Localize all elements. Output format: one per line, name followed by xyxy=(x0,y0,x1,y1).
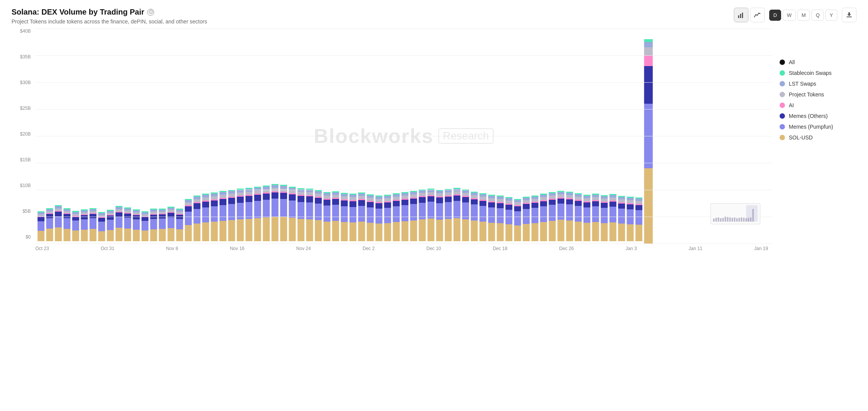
month-button[interactable]: M xyxy=(797,10,810,21)
chart-type-buttons xyxy=(734,8,765,22)
bar-chart-button[interactable] xyxy=(734,8,748,22)
svg-rect-447 xyxy=(584,207,590,223)
quarter-button[interactable]: Q xyxy=(811,10,824,21)
svg-rect-408 xyxy=(531,199,538,202)
svg-rect-371 xyxy=(488,202,495,207)
x-axis: Oct 23 Oct 31 Nov 8 Nov 16 Nov 24 Dec 2 … xyxy=(35,244,772,251)
svg-rect-152 xyxy=(219,221,226,241)
bar-group-jan17 xyxy=(627,197,634,241)
bar-group-oct26 xyxy=(133,209,140,241)
svg-rect-203 xyxy=(280,193,287,199)
svg-rect-364 xyxy=(479,201,486,206)
svg-rect-466 xyxy=(601,195,608,196)
legend-item-project[interactable]: Project Tokens xyxy=(780,91,856,98)
svg-rect-433 xyxy=(566,204,573,220)
svg-rect-300 xyxy=(401,205,408,221)
bar-group-nov19 xyxy=(280,185,287,241)
legend: All Stablecoin Swaps LST Swaps Project T… xyxy=(780,28,856,251)
bar-group-oct18 xyxy=(72,211,79,241)
svg-rect-366 xyxy=(479,197,486,200)
svg-rect-311 xyxy=(410,192,417,194)
svg-rect-318 xyxy=(419,191,426,193)
svg-rect-229 xyxy=(315,220,322,241)
svg-rect-337 xyxy=(445,196,452,197)
svg-rect-282 xyxy=(376,199,382,202)
y-axis: $40B $35B $30B $25B $20B $15B $10B $5B $… xyxy=(12,28,34,240)
download-button[interactable] xyxy=(842,8,856,22)
svg-rect-104 xyxy=(159,219,166,229)
svg-rect-301 xyxy=(401,200,408,205)
svg-rect-317 xyxy=(419,193,426,196)
svg-rect-139 xyxy=(202,207,209,222)
svg-rect-41 xyxy=(81,219,88,230)
svg-rect-137 xyxy=(193,196,200,197)
bar-group-oct14 xyxy=(38,211,45,241)
svg-rect-15 xyxy=(46,213,53,214)
legend-item-memes-pumpfun[interactable]: Memes (Pumpfun) xyxy=(780,124,856,130)
year-button[interactable]: Y xyxy=(825,10,837,21)
legend-item-lst[interactable]: LST Swaps xyxy=(780,81,856,87)
svg-rect-313 xyxy=(419,219,426,241)
svg-rect-192 xyxy=(263,187,270,189)
svg-rect-323 xyxy=(427,195,434,196)
legend-item-solusd[interactable]: SOL-USD xyxy=(780,134,856,141)
day-button[interactable]: D xyxy=(769,10,781,21)
svg-rect-445 xyxy=(575,193,582,194)
svg-rect-510 xyxy=(732,218,733,222)
svg-rect-138 xyxy=(202,222,209,241)
svg-rect-111 xyxy=(168,217,175,228)
svg-rect-498 xyxy=(644,55,653,66)
svg-rect-296 xyxy=(393,197,400,200)
svg-rect-425 xyxy=(557,220,564,241)
legend-item-stablecoin[interactable]: Stablecoin Swaps xyxy=(780,70,856,76)
svg-rect-474 xyxy=(618,224,625,241)
bar-group-jan18 xyxy=(635,197,642,241)
svg-rect-231 xyxy=(315,198,322,204)
bar-group-nov17 xyxy=(263,186,270,241)
svg-rect-504 xyxy=(718,217,719,222)
bar-group-dec7 xyxy=(384,195,391,241)
legend-item-memes-others[interactable]: Memes (Others) xyxy=(780,113,856,119)
svg-rect-334 xyxy=(445,219,452,241)
week-button[interactable]: W xyxy=(783,10,796,21)
svg-rect-189 xyxy=(263,194,270,200)
x-label-nov24: Nov 24 xyxy=(296,246,311,251)
svg-rect-303 xyxy=(401,196,408,199)
legend-item-all[interactable]: All xyxy=(780,59,856,65)
svg-rect-142 xyxy=(202,197,209,201)
svg-rect-89 xyxy=(141,230,148,241)
svg-rect-264 xyxy=(358,222,365,241)
info-icon[interactable]: ⓘ xyxy=(147,9,154,16)
y-label-30b: $30B xyxy=(20,80,31,85)
svg-rect-271 xyxy=(367,223,374,241)
svg-rect-434 xyxy=(566,199,573,204)
svg-rect-339 xyxy=(445,190,452,192)
x-label-jan11: Jan 11 xyxy=(688,246,702,251)
svg-rect-55 xyxy=(98,222,105,231)
legend-dot-project xyxy=(780,92,785,97)
svg-rect-207 xyxy=(280,185,287,186)
bar-group-nov18 xyxy=(271,184,278,241)
bar-group-jan19 xyxy=(644,39,653,244)
svg-rect-261 xyxy=(349,197,356,200)
svg-rect-258 xyxy=(349,207,356,222)
svg-rect-506 xyxy=(722,218,724,222)
svg-rect-505 xyxy=(720,218,722,222)
svg-rect-202 xyxy=(280,199,287,217)
svg-rect-444 xyxy=(575,194,582,197)
bar-group-nov1 xyxy=(168,207,175,241)
svg-rect-131 xyxy=(193,224,200,241)
svg-rect-204 xyxy=(280,192,287,193)
legend-item-ai[interactable]: AI xyxy=(780,102,856,108)
line-chart-button[interactable] xyxy=(750,8,765,22)
svg-rect-393 xyxy=(514,205,521,206)
svg-rect-46 xyxy=(81,209,88,210)
bar-group-nov16 xyxy=(254,187,261,241)
svg-rect-503 xyxy=(715,218,717,222)
svg-rect-179 xyxy=(246,188,253,189)
x-label-nov16: Nov 16 xyxy=(230,246,244,251)
legend-label-ai: AI xyxy=(789,102,794,108)
svg-rect-106 xyxy=(159,214,166,214)
main-container: Solana: DEX Volume by Trading Pair ⓘ Pro… xyxy=(0,0,868,255)
svg-rect-180 xyxy=(254,218,261,241)
